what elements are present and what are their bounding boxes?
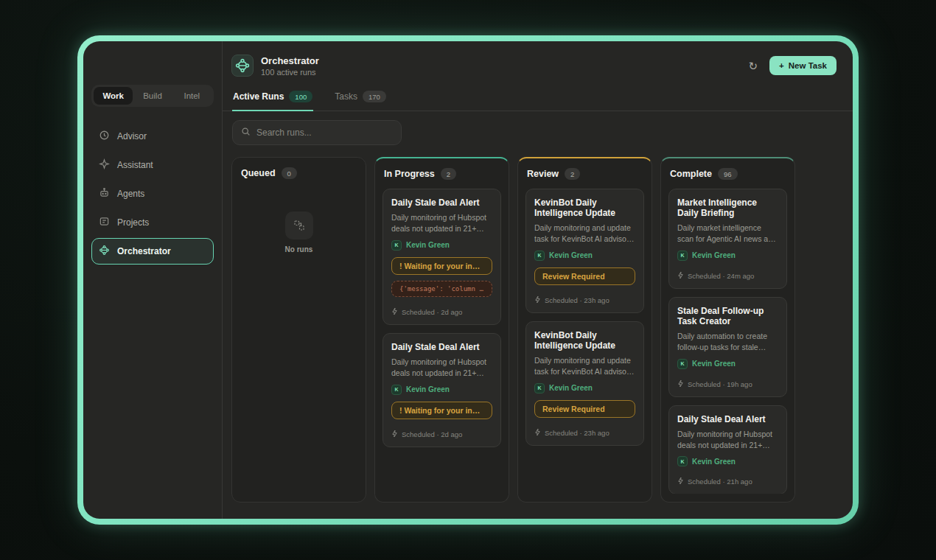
app-window: Work Build Intel Advisor Assistant	[83, 41, 853, 519]
run-card-footer: Scheduled · 2d ago	[391, 307, 492, 317]
column-cards: Daily Stale Deal Alert Daily monitoring …	[383, 189, 501, 447]
sidebar: Work Build Intel Advisor Assistant	[83, 41, 223, 519]
zap-icon	[677, 477, 684, 486]
schedule-text: Scheduled · 19h ago	[688, 380, 752, 388]
projects-icon	[99, 216, 110, 229]
sidebar-item-label: Projects	[117, 217, 149, 228]
run-card-footer: Scheduled · 23h ago	[534, 428, 635, 438]
column-title: Complete	[670, 169, 712, 179]
assignee-row: K Kevin Green	[534, 251, 635, 261]
column-count-badge: 2	[565, 168, 580, 180]
run-card[interactable]: Market Intelligence Daily Briefing Daily…	[668, 189, 787, 289]
board-column: In Progress 2 Daily Stale Deal Alert Dai…	[374, 157, 509, 503]
tab-tasks[interactable]: Tasks 170	[334, 85, 387, 111]
schedule-text: Scheduled · 2d ago	[402, 430, 462, 438]
run-card-description: Daily monitoring and update task for Kev…	[534, 223, 635, 245]
mode-tab-intel[interactable]: Intel	[172, 87, 212, 105]
tasks-count-badge: 170	[363, 91, 386, 102]
run-card-description: Daily monitoring of Hubspot deals not up…	[677, 429, 778, 451]
run-card-title: Daily Stale Deal Alert	[391, 197, 492, 208]
run-card[interactable]: Daily Stale Deal Alert Daily monitoring …	[383, 189, 501, 325]
run-card[interactable]: Daily Stale Deal Alert Daily monitoring …	[668, 405, 787, 494]
sidebar-item-assistant[interactable]: Assistant	[91, 152, 214, 178]
schedule-text: Scheduled · 24m ago	[688, 272, 754, 280]
avatar: K	[677, 456, 688, 466]
sidebar-item-orchestrator[interactable]: Orchestrator	[91, 238, 214, 265]
tab-active-runs[interactable]: Active Runs 100	[232, 85, 313, 111]
run-card-description: Daily monitoring of Hubspot deals not up…	[391, 357, 492, 379]
board: Queued 0 No runs In Progress 2	[223, 148, 853, 519]
status-pills: ! Waiting for your input{'message': 'col…	[391, 257, 492, 297]
avatar: K	[677, 251, 688, 261]
app-title-block: Orchestrator 100 active runs	[261, 55, 319, 77]
sidebar-item-label: Orchestrator	[117, 246, 171, 256]
column-count-badge: 96	[718, 168, 738, 180]
run-card-footer: Scheduled · 19h ago	[677, 379, 778, 389]
run-card-footer: Scheduled · 24m ago	[677, 271, 778, 281]
assignee-name: Kevin Green	[549, 384, 593, 392]
advisor-icon	[99, 130, 110, 143]
assignee-name: Kevin Green	[692, 251, 736, 259]
run-card-title: KevinBot Daily Intelligence Update	[534, 197, 635, 218]
refresh-icon[interactable]: ↻	[749, 60, 758, 71]
assignee-row: K Kevin Green	[391, 385, 492, 395]
zap-icon	[391, 430, 398, 439]
plus-icon: +	[779, 61, 784, 70]
schedule-text: Scheduled · 2d ago	[402, 308, 462, 316]
avatar: K	[391, 240, 402, 251]
run-card-description: Daily automation to create follow-up tas…	[677, 331, 778, 353]
active-runs-count-badge: 100	[289, 91, 312, 102]
search-bar	[232, 120, 402, 145]
run-card[interactable]: KevinBot Daily Intelligence Update Daily…	[525, 189, 644, 313]
sidebar-item-projects[interactable]: Projects	[91, 209, 214, 236]
assignee-name: Kevin Green	[549, 251, 593, 259]
run-card-footer: Scheduled · 21h ago	[677, 477, 778, 486]
sidebar-item-label: Advisor	[117, 131, 147, 141]
run-card[interactable]: Daily Stale Deal Alert Daily monitoring …	[383, 333, 501, 447]
active-runs-subtitle: 100 active runs	[261, 68, 319, 77]
run-card[interactable]: KevinBot Daily Intelligence Update Daily…	[525, 321, 644, 446]
error-pill: {'message': 'column task_agents.agent_na…	[391, 281, 492, 297]
mode-tab-build[interactable]: Build	[133, 87, 172, 105]
app-header: Orchestrator 100 active runs ↻ + New Tas…	[223, 41, 853, 83]
assignee-name: Kevin Green	[692, 360, 736, 368]
column-title: In Progress	[384, 169, 435, 179]
warning-pill: Review Required	[534, 400, 635, 418]
run-card-title: Daily Stale Deal Alert	[391, 342, 492, 352]
assignee-name: Kevin Green	[692, 458, 736, 466]
orchestrator-logo-icon	[231, 55, 254, 77]
column-header: Review 2	[527, 168, 643, 180]
column-cards: Market Intelligence Daily Briefing Daily…	[668, 189, 787, 494]
search-input[interactable]	[256, 127, 393, 138]
column-title: Queued	[241, 168, 276, 178]
avatar: K	[534, 383, 545, 393]
window-frame: Work Build Intel Advisor Assistant	[77, 35, 859, 525]
run-card-title: Stale Deal Follow-up Task Creator	[677, 306, 778, 326]
run-card-footer: Scheduled · 23h ago	[534, 295, 635, 305]
sidebar-mode-switcher: Work Build Intel	[91, 85, 214, 107]
main-tabs: Active Runs 100 Tasks 170	[223, 85, 853, 111]
zap-icon	[534, 295, 541, 305]
run-card-description: Daily monitoring of Hubspot deals not up…	[391, 212, 492, 234]
run-card[interactable]: Stale Deal Follow-up Task Creator Daily …	[668, 297, 787, 397]
search-icon	[241, 126, 251, 139]
sidebar-item-agents[interactable]: Agents	[91, 181, 214, 207]
zap-icon	[677, 271, 684, 281]
mode-tab-work[interactable]: Work	[94, 87, 133, 105]
zap-icon	[391, 307, 398, 317]
column-title: Review	[527, 169, 559, 179]
sidebar-item-label: Assistant	[117, 160, 153, 170]
board-column: Complete 96 Market Intelligence Daily Br…	[660, 157, 795, 503]
avatar: K	[391, 385, 402, 395]
assignee-row: K Kevin Green	[677, 456, 778, 466]
agents-icon	[99, 187, 110, 200]
column-count-badge: 0	[282, 167, 297, 179]
assignee-row: K Kevin Green	[677, 359, 778, 369]
assignee-name: Kevin Green	[406, 241, 450, 249]
new-task-button[interactable]: + New Task	[769, 56, 837, 75]
sidebar-item-advisor[interactable]: Advisor	[91, 123, 214, 150]
run-card-title: Daily Stale Deal Alert	[677, 414, 778, 424]
status-pills: Review Required	[534, 267, 635, 285]
board-column: Queued 0 No runs	[231, 157, 366, 503]
assignee-row: K Kevin Green	[391, 240, 492, 251]
